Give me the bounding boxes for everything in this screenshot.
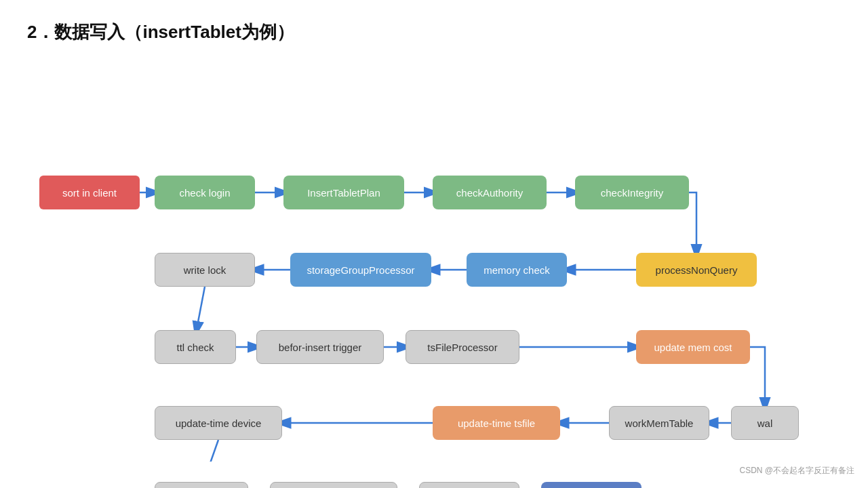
node-sort_client: sort in client [39, 176, 140, 209]
diagram: sort in clientcheck loginInsertTabletPla… [27, 68, 841, 462]
node-update_mem_cost: update mem cost [636, 330, 750, 364]
node-should_flush: should flush [155, 482, 248, 488]
arrow-update_mem_cost-to-wal [750, 347, 765, 412]
node-check_authority: checkAuthority [433, 176, 547, 209]
node-update_time_device: update-time device [155, 406, 282, 440]
node-check_integrity: checkIntegrity [575, 176, 689, 209]
node-process_nonquery: processNonQuery [636, 253, 757, 287]
node-write_unlock: write unlock [419, 482, 519, 488]
node-befor_trigger: befor-insert trigger [256, 330, 384, 364]
node-storage_processor: storageGroupProcessor [290, 253, 431, 287]
arrow-check_integrity-to-process_nonquery [689, 192, 696, 259]
node-check_login: check login [155, 176, 255, 209]
watermark: CSDN @不会起名字反正有备注 [739, 465, 854, 476]
arrow-write_lock-to-ttl_check [195, 287, 205, 336]
node-after_trigger: after-insert trigger [270, 482, 397, 488]
node-ttl_check: ttl check [155, 330, 236, 364]
node-write_lock: write lock [155, 253, 255, 287]
page-title: 2．数据写入（insertTablet为例） [27, 20, 841, 44]
node-wal: wal [731, 406, 799, 440]
node-ts_file_processor: tsFileProcessor [406, 330, 519, 364]
node-insert_tablet_plan: InsertTabletPlan [283, 176, 404, 209]
node-work_mem_table: workMemTable [609, 406, 709, 440]
node-update_time_tsfile: update-time tsfile [433, 406, 560, 440]
page-container: 2．数据写入（insertTablet为例） sort in clientche… [0, 0, 868, 482]
node-memory_check: memory check [467, 253, 567, 287]
arrow-update_time_device-to-should_flush [201, 440, 218, 462]
node-state_monitor: state monitor [541, 482, 642, 488]
